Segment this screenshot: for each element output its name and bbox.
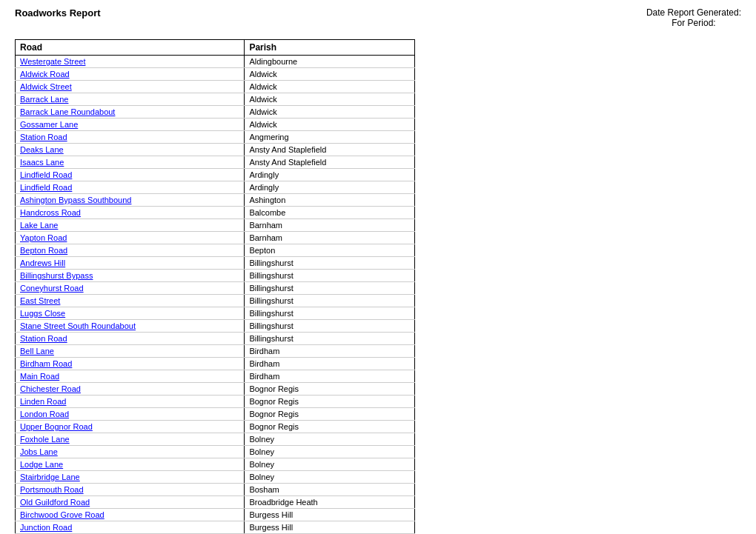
parish-cell: Angmering	[245, 131, 415, 144]
road-link[interactable]: Station Road	[20, 133, 67, 141]
road-cell[interactable]: Station Road	[16, 333, 245, 345]
road-cell[interactable]: Ashington Bypass Southbound	[16, 194, 245, 207]
road-cell[interactable]: Westergate Street	[16, 56, 245, 68]
road-link[interactable]: Station Road	[20, 334, 67, 343]
road-link[interactable]: East Street	[20, 296, 60, 305]
road-link[interactable]: Aldwick Street	[20, 82, 72, 91]
road-cell[interactable]: Andrews Hill	[16, 257, 245, 270]
road-link[interactable]: Lindfield Road	[20, 170, 72, 179]
table-row: Isaacs LaneAnsty And Staplefield	[16, 156, 415, 169]
road-link[interactable]: Old Guildford Road	[20, 498, 90, 507]
road-link[interactable]: Yapton Road	[20, 233, 67, 242]
road-cell[interactable]: Lindfield Road	[16, 169, 245, 181]
road-cell[interactable]: Portsmouth Road	[16, 484, 245, 496]
road-link[interactable]: Deaks Lane	[20, 145, 64, 154]
table-row: Lindfield RoadArdingly	[16, 169, 415, 181]
road-cell[interactable]: Luggs Close	[16, 307, 245, 320]
road-link[interactable]: Upper Bognor Road	[20, 422, 93, 431]
road-cell[interactable]: Billingshurst Bypass	[16, 270, 245, 282]
road-link[interactable]: Bepton Road	[20, 246, 67, 255]
road-link[interactable]: Gossamer Lane	[20, 120, 78, 129]
road-link[interactable]: London Road	[20, 410, 69, 418]
road-cell[interactable]: Bell Lane	[16, 345, 245, 358]
road-cell[interactable]: Jobs Lane	[16, 446, 245, 458]
parish-cell: Ansty And Staplefield	[245, 156, 415, 169]
road-link[interactable]: Andrews Hill	[20, 258, 65, 267]
road-link[interactable]: Birchwood Grove Road	[20, 510, 105, 519]
road-cell[interactable]: Stairbridge Lane	[16, 471, 245, 484]
road-cell[interactable]: Isaacs Lane	[16, 156, 245, 169]
table-row: Billingshurst BypassBillingshurst	[16, 270, 415, 282]
road-link[interactable]: Barrack Lane Roundabout	[20, 107, 115, 116]
road-link[interactable]: Main Road	[20, 372, 59, 381]
road-cell[interactable]: Aldwick Road	[16, 68, 245, 81]
road-link[interactable]: Aldwick Road	[20, 70, 70, 79]
road-link[interactable]: Lodge Lane	[20, 460, 63, 469]
parish-cell: Ardingly	[245, 169, 415, 181]
road-link[interactable]: Foxhole Lane	[20, 435, 70, 444]
road-link[interactable]: Billingshurst Bypass	[20, 271, 93, 280]
road-cell[interactable]: Deaks Lane	[16, 144, 245, 156]
table-row: Junction RoadBurgess Hill	[16, 521, 415, 534]
road-link[interactable]: Junction Road	[20, 523, 72, 532]
road-cell[interactable]: Coneyhurst Road	[16, 282, 245, 295]
road-cell[interactable]: Foxhole Lane	[16, 433, 245, 446]
road-cell[interactable]: Main Road	[16, 370, 245, 383]
road-link[interactable]: Bell Lane	[20, 347, 54, 356]
road-cell[interactable]: Yapton Road	[16, 232, 245, 244]
parish-cell: Ashington	[245, 194, 415, 207]
table-row: Chichester RoadBognor Regis	[16, 383, 415, 396]
road-cell[interactable]: Chichester Road	[16, 383, 245, 396]
road-cell[interactable]: Birchwood Grove Road	[16, 509, 245, 521]
road-link[interactable]: Handcross Road	[20, 208, 81, 217]
parish-cell: Birdham	[245, 370, 415, 383]
road-link[interactable]: Isaacs Lane	[20, 158, 64, 167]
road-link[interactable]: Lindfield Road	[20, 183, 72, 192]
road-cell[interactable]: Gossamer Lane	[16, 119, 245, 131]
road-link[interactable]: Coneyhurst Road	[20, 284, 84, 293]
road-cell[interactable]: Lodge Lane	[16, 458, 245, 471]
parish-cell: Billingshurst	[245, 307, 415, 320]
road-cell[interactable]: Station Road	[16, 131, 245, 144]
road-cell[interactable]: Barrack Lane	[16, 93, 245, 106]
road-link[interactable]: Lake Lane	[20, 221, 58, 230]
table-row: Lake LaneBarnham	[16, 219, 415, 232]
road-link[interactable]: Stane Street South Roundabout	[20, 321, 136, 330]
road-link[interactable]: Linden Road	[20, 397, 66, 406]
road-cell[interactable]: Lake Lane	[16, 219, 245, 232]
road-cell[interactable]: Stane Street South Roundabout	[16, 320, 245, 333]
road-cell[interactable]: Birdham Road	[16, 358, 245, 370]
road-cell[interactable]: Bepton Road	[16, 244, 245, 257]
parish-cell: Bognor Regis	[245, 408, 415, 421]
table-row: Barrack LaneAldwick	[16, 93, 415, 106]
road-cell[interactable]: Old Guildford Road	[16, 496, 245, 509]
parish-cell: Balcombe	[245, 207, 415, 219]
road-cell[interactable]: Upper Bognor Road	[16, 421, 245, 433]
road-link[interactable]: Luggs Close	[20, 309, 65, 318]
road-cell[interactable]: Barrack Lane Roundabout	[16, 106, 245, 119]
parish-cell: Burgess Hill	[245, 509, 415, 521]
road-cell[interactable]: Linden Road	[16, 396, 245, 408]
road-link[interactable]: Birdham Road	[20, 359, 72, 368]
parish-cell: Bosham	[245, 484, 415, 496]
road-cell[interactable]: Junction Road	[16, 521, 245, 534]
road-link[interactable]: Ashington Bypass Southbound	[20, 196, 131, 204]
parish-cell: Barnham	[245, 232, 415, 244]
road-cell[interactable]: Aldwick Street	[16, 81, 245, 93]
table-row: Main RoadBirdham	[16, 370, 415, 383]
road-cell[interactable]: Handcross Road	[16, 207, 245, 219]
road-link[interactable]: Westergate Street	[20, 57, 85, 66]
road-link[interactable]: Barrack Lane	[20, 95, 68, 104]
parish-cell: Bolney	[245, 471, 415, 484]
road-cell[interactable]: East Street	[16, 295, 245, 307]
road-link[interactable]: Jobs Lane	[20, 447, 58, 456]
parish-cell: Bepton	[245, 244, 415, 257]
table-row: Aldwick StreetAldwick	[16, 81, 415, 93]
road-link[interactable]: Chichester Road	[20, 384, 81, 393]
road-link[interactable]: Stairbridge Lane	[20, 473, 80, 481]
parish-cell: Aldwick	[245, 68, 415, 81]
road-link[interactable]: Portsmouth Road	[20, 485, 84, 494]
road-cell[interactable]: London Road	[16, 408, 245, 421]
parish-cell: Bolney	[245, 446, 415, 458]
road-cell[interactable]: Lindfield Road	[16, 181, 245, 194]
